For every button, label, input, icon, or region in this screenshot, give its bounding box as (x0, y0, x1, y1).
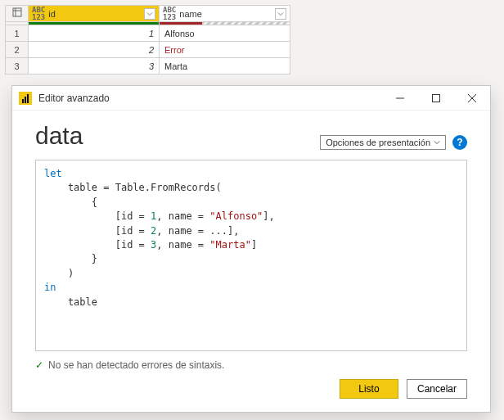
display-options-label: Opciones de presentación (326, 138, 430, 147)
display-options-dropdown[interactable]: Opciones de presentación (320, 135, 446, 150)
cell-id[interactable]: 3 (29, 58, 160, 75)
quality-bar (160, 22, 290, 25)
cancel-button[interactable]: Cancelar (407, 379, 467, 399)
powerbi-logo-icon (19, 92, 32, 105)
syntax-status: ✓ No se han detectado errores de sintaxi… (35, 351, 467, 379)
type-icon: ABC123 (163, 7, 176, 21)
svg-rect-0 (13, 8, 21, 16)
minimize-button[interactable] (382, 86, 418, 111)
window-title: Editor avanzado (38, 93, 110, 104)
table-row[interactable]: 3 3 Marta (6, 58, 290, 75)
row-number: 2 (6, 42, 29, 58)
table-row[interactable]: 1 1 Alfonso (6, 25, 290, 42)
grid-corner[interactable] (6, 6, 29, 22)
column-header-name[interactable]: ABC123 name (160, 6, 290, 22)
help-icon[interactable]: ? (452, 135, 467, 150)
code-editor[interactable]: let table = Table.FromRecords( { [id = 1… (35, 160, 467, 351)
cell-name[interactable]: Error (160, 42, 290, 58)
cell-id[interactable]: 2 (29, 42, 160, 58)
column-name: id (48, 9, 141, 19)
column-name: name (179, 9, 272, 19)
maximize-button[interactable] (418, 86, 454, 111)
cell-id[interactable]: 1 (29, 25, 160, 42)
query-name: data (35, 122, 83, 150)
data-grid: ABC123 id ABC123 name 1 1 Alfonso 2 2 Er… (5, 5, 290, 75)
cell-name[interactable]: Marta (160, 58, 290, 75)
column-filter-dropdown[interactable] (275, 8, 286, 20)
table-row[interactable]: 2 2 Error (6, 42, 290, 58)
column-header-id[interactable]: ABC123 id (29, 6, 160, 22)
column-filter-dropdown[interactable] (144, 8, 155, 20)
titlebar: Editor avanzado (12, 86, 490, 111)
type-icon: ABC123 (32, 7, 45, 21)
row-number: 1 (6, 25, 29, 42)
chevron-down-icon (434, 139, 440, 146)
advanced-editor-window: Editor avanzado data Opciones de present… (11, 85, 491, 413)
done-button[interactable]: Listo (340, 379, 398, 399)
svg-rect-4 (433, 94, 440, 102)
check-icon: ✓ (35, 359, 43, 371)
row-number: 3 (6, 58, 29, 75)
cell-name[interactable]: Alfonso (160, 25, 290, 42)
close-button[interactable] (454, 86, 490, 111)
status-text: No se han detectado errores de sintaxis. (48, 359, 224, 371)
